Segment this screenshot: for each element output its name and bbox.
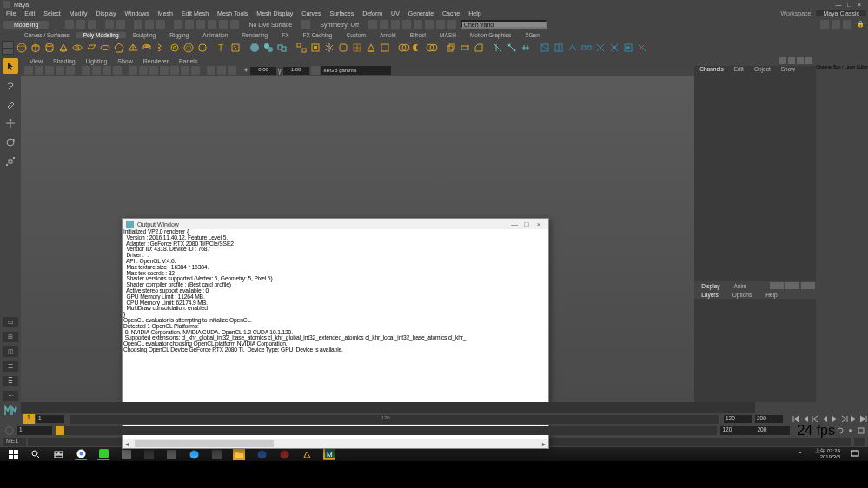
tab-object[interactable]: Object <box>749 66 776 75</box>
vp-shadows-icon[interactable] <box>170 66 179 75</box>
menu-generate[interactable]: Generate <box>404 10 438 16</box>
platonic-icon[interactable] <box>113 42 125 54</box>
vp-menu-shading[interactable]: Shading <box>48 58 81 64</box>
snap-live-icon[interactable] <box>219 20 228 29</box>
rotate-tool[interactable] <box>3 135 18 150</box>
go-end-button[interactable] <box>858 414 868 424</box>
shelf-tab-curves[interactable]: Curves / Surfaces <box>17 32 76 38</box>
current-frame-indicator[interactable]: 1 <box>23 414 35 424</box>
app-icon-5[interactable] <box>210 448 222 460</box>
menu-mesh[interactable]: Mesh <box>154 10 177 16</box>
vp-menu-show[interactable]: Show <box>112 58 138 64</box>
scene-end-input[interactable]: 200 <box>755 415 783 423</box>
range-start-value[interactable]: 1 <box>17 426 52 435</box>
append-poly-icon[interactable] <box>553 42 565 54</box>
layout-single-icon[interactable]: ▭ <box>3 317 18 327</box>
select-mode-icon[interactable] <box>134 20 142 29</box>
vp-lights-icon[interactable] <box>160 66 169 75</box>
history-toggle-icon[interactable] <box>301 20 310 29</box>
vp-menu-view[interactable]: View <box>24 58 48 64</box>
bool-intersect-icon[interactable] <box>426 42 438 54</box>
attr-editor-toggle-icon[interactable] <box>788 57 795 64</box>
vp-menu-lighting[interactable]: Lighting <box>81 58 113 64</box>
vp-bookmark-icon[interactable] <box>35 66 43 75</box>
vp-film-gate-icon[interactable] <box>92 66 101 75</box>
vp-grease-icon[interactable] <box>66 66 75 75</box>
range-track[interactable]: 1 <box>56 426 717 435</box>
notifications-icon[interactable] <box>849 448 861 460</box>
output-minimize-button[interactable]: — <box>508 221 520 228</box>
layer-visible-icon[interactable] <box>785 282 799 289</box>
output-scrollbar[interactable]: ◄ ► <box>123 439 548 448</box>
snap-plane-icon[interactable] <box>208 20 216 29</box>
tab-edit[interactable]: Edit <box>729 66 749 75</box>
vp-grid-icon[interactable] <box>82 66 90 75</box>
loop-button[interactable] <box>835 426 845 435</box>
menu-curves[interactable]: Curves <box>297 10 325 16</box>
new-scene-icon[interactable] <box>65 20 74 29</box>
range-scene-end[interactable]: 200 <box>755 426 790 435</box>
vp-colorspace-dropdown[interactable]: sRGB gamma <box>321 66 391 75</box>
render-pause-icon[interactable] <box>447 20 456 29</box>
merge-icon[interactable] <box>608 42 620 54</box>
lock-icon[interactable]: 🔒 <box>856 21 865 28</box>
poly-helix-icon[interactable] <box>155 42 167 54</box>
vp-cm-icon[interactable] <box>311 66 320 75</box>
soccer-icon[interactable] <box>182 42 195 54</box>
layer-playback-icon[interactable] <box>801 282 815 289</box>
crease-icon[interactable] <box>567 42 579 54</box>
poly-cube-icon[interactable] <box>30 42 42 54</box>
combine-icon[interactable] <box>276 42 288 54</box>
toolbox-toggle-icon[interactable] <box>832 20 840 29</box>
fps-dropdown[interactable]: 24 fps <box>797 423 835 439</box>
shelf-tab-fxcaching[interactable]: FX Caching <box>296 32 340 38</box>
app-icon-1[interactable] <box>120 448 132 460</box>
shelf-tab-xgen[interactable]: XGen <box>518 32 547 38</box>
menu-help[interactable]: Help <box>464 10 485 16</box>
vp-menu-panels[interactable]: Panels <box>174 58 202 64</box>
fill-hole-icon[interactable] <box>622 42 634 54</box>
poly-type-icon[interactable]: T <box>215 42 228 54</box>
create-poly-icon[interactable] <box>262 42 275 54</box>
paint-select-icon[interactable] <box>156 20 165 29</box>
snap-grid-icon[interactable] <box>174 20 182 29</box>
vp-textured-icon[interactable] <box>149 66 158 75</box>
paint-tool[interactable] <box>3 96 18 112</box>
step-fwd-button[interactable] <box>849 414 858 424</box>
quadrangulate-icon[interactable] <box>379 42 391 54</box>
module-dropdown[interactable]: Modeling <box>3 21 49 29</box>
vp-gamma-input[interactable]: 1.00 <box>283 67 309 75</box>
retopo-icon[interactable] <box>351 42 363 54</box>
chrome-icon[interactable] <box>75 448 87 460</box>
menu-file[interactable]: File <box>2 10 20 16</box>
close-button[interactable]: × <box>854 2 865 8</box>
shelf-tab-bifrost[interactable]: Bifrost <box>403 32 433 38</box>
shelf-tab-motion[interactable]: Motion Graphics <box>463 32 518 38</box>
shelf-tab-mash[interactable]: MASH <box>433 32 463 38</box>
menu-surfaces[interactable]: Surfaces <box>326 10 359 16</box>
menu-mesh-display[interactable]: Mesh Display <box>252 10 297 16</box>
svg-icon[interactable] <box>229 42 242 54</box>
menu-edit[interactable]: Edit <box>20 10 39 16</box>
line-app-icon[interactable] <box>97 448 109 460</box>
poly-cone-icon[interactable] <box>57 42 70 54</box>
scroll-thumb[interactable] <box>135 440 274 447</box>
scale-tool[interactable] <box>3 154 18 169</box>
extract-icon[interactable] <box>309 42 321 54</box>
light-editor-icon[interactable] <box>425 20 434 29</box>
render-icon[interactable] <box>380 20 388 29</box>
snap-curve-icon[interactable] <box>185 20 194 29</box>
vp-exposure-input[interactable]: 0.00 <box>250 67 276 75</box>
vp-resolution-icon[interactable] <box>103 66 111 75</box>
smooth-icon[interactable] <box>337 42 349 54</box>
vp-2d-pan-icon[interactable] <box>56 66 64 75</box>
poly-disc-icon[interactable] <box>99 42 111 54</box>
app-icon-2[interactable] <box>142 448 155 460</box>
poly-pyramid-icon[interactable] <box>127 42 139 54</box>
auto-key-toggle[interactable] <box>5 426 14 435</box>
maya-taskbar-icon[interactable]: M <box>323 448 335 460</box>
bevel-icon[interactable] <box>473 42 485 54</box>
timeline-track[interactable]: 120 <box>70 415 719 424</box>
triangulate-icon[interactable] <box>365 42 377 54</box>
shelf-tab-sculpting[interactable]: Sculpting <box>126 32 163 38</box>
